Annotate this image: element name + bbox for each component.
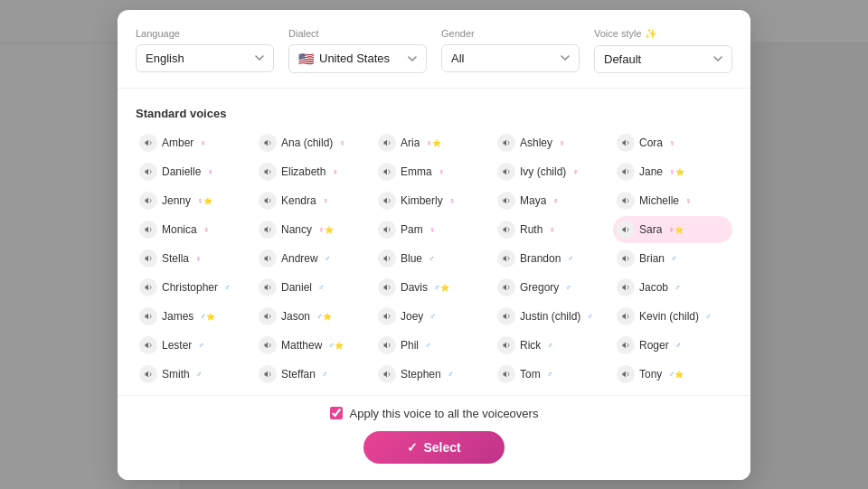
speaker-button[interactable] (617, 134, 635, 152)
voice-name: Phil (401, 339, 419, 352)
voice-item[interactable]: Pam♀ (374, 216, 494, 243)
voice-item[interactable]: Maya♀ (494, 187, 613, 214)
voice-item[interactable]: Kimberly♀ (374, 187, 494, 214)
voice-item[interactable]: Brian♂ (613, 245, 732, 272)
speaker-button[interactable] (139, 249, 157, 268)
speaker-button[interactable] (139, 163, 157, 181)
speaker-button[interactable] (497, 163, 515, 181)
apply-all-checkbox[interactable] (330, 407, 343, 419)
speaker-button[interactable] (139, 192, 157, 210)
voice-item[interactable]: Monica♀ (136, 216, 255, 243)
voice-item[interactable]: Jenny♀⭐ (136, 187, 255, 214)
voice-item[interactable]: Justin (child)♂ (494, 303, 613, 330)
speaker-button[interactable] (497, 307, 515, 325)
speaker-button[interactable] (259, 249, 277, 268)
voice-item[interactable]: Matthew♂⭐ (255, 332, 374, 359)
voice-item[interactable]: Ivy (child)♀ (494, 158, 613, 185)
voice-item[interactable]: Cora♀ (613, 129, 732, 156)
voice-item[interactable]: Stephen♂ (374, 361, 494, 388)
speaker-button[interactable] (617, 249, 635, 268)
speaker-button[interactable] (617, 365, 635, 383)
speaker-button[interactable] (497, 365, 515, 383)
speaker-button[interactable] (378, 192, 396, 210)
voice-item[interactable]: Brandon♂ (494, 245, 613, 272)
speaker-button[interactable] (378, 163, 396, 181)
language-select[interactable]: English (136, 44, 274, 72)
voice-item[interactable]: Ruth♀ (494, 216, 613, 243)
speaker-button[interactable] (259, 134, 277, 152)
voice-style-select[interactable]: Default (594, 45, 732, 73)
speaker-button[interactable] (617, 278, 635, 296)
voice-item[interactable]: Roger♂ (613, 332, 732, 359)
voice-item[interactable]: Rick♂ (494, 332, 613, 359)
voice-item[interactable]: Steffan♂ (255, 361, 374, 388)
voice-item[interactable]: Blue♂ (374, 245, 494, 272)
voice-item[interactable]: Nancy♀⭐ (255, 216, 374, 243)
voice-item[interactable]: Christopher♂ (136, 274, 255, 301)
speaker-button[interactable] (617, 336, 635, 354)
speaker-button[interactable] (617, 221, 635, 239)
voice-item[interactable]: Kevin (child)♂ (613, 303, 732, 330)
speaker-button[interactable] (497, 278, 515, 296)
speaker-button[interactable] (139, 221, 157, 239)
speaker-button[interactable] (617, 192, 635, 210)
speaker-button[interactable] (378, 336, 396, 354)
voice-name: Roger (639, 339, 669, 352)
speaker-button[interactable] (378, 221, 396, 239)
speaker-button[interactable] (259, 336, 277, 354)
voice-item[interactable]: Gregory♂ (494, 274, 613, 301)
voice-item[interactable]: Jason♂⭐ (255, 303, 374, 330)
speaker-button[interactable] (139, 278, 157, 296)
speaker-button[interactable] (139, 365, 157, 383)
speaker-button[interactable] (497, 192, 515, 210)
voice-item[interactable]: Elizabeth♀ (255, 158, 374, 185)
speaker-button[interactable] (259, 221, 277, 239)
voice-item[interactable]: Tony♂⭐ (613, 361, 732, 388)
speaker-button[interactable] (378, 307, 396, 325)
voice-item[interactable]: Michelle♀ (613, 187, 732, 214)
speaker-button[interactable] (617, 163, 635, 181)
voice-item[interactable]: Ashley♀ (494, 129, 613, 156)
voice-item[interactable]: Tom♂ (494, 361, 613, 388)
voice-item[interactable]: Phil♂ (374, 332, 494, 359)
voice-item[interactable]: Aria♀⭐ (374, 129, 494, 156)
speaker-button[interactable] (139, 134, 157, 152)
speaker-button[interactable] (378, 134, 396, 152)
voice-item[interactable]: Smith♂ (136, 361, 255, 388)
voice-item[interactable]: James♂⭐ (136, 303, 255, 330)
voice-item[interactable]: Andrew♂ (255, 245, 374, 272)
speaker-button[interactable] (497, 336, 515, 354)
voice-item[interactable]: Danielle♀ (136, 158, 255, 185)
voice-item[interactable]: Joey♂ (374, 303, 494, 330)
voice-item[interactable]: Amber♀ (136, 129, 255, 156)
speaker-button[interactable] (378, 278, 396, 296)
gender-select[interactable]: All (441, 44, 580, 72)
voice-item[interactable]: Lester♂ (136, 332, 255, 359)
speaker-button[interactable] (497, 249, 515, 268)
voice-style-filter-group: Voice style ✨ Default (594, 28, 732, 73)
select-button[interactable]: ✓ Select (363, 431, 504, 464)
speaker-button[interactable] (259, 278, 277, 296)
speaker-button[interactable] (259, 192, 277, 210)
voice-item[interactable]: Kendra♀ (255, 187, 374, 214)
speaker-button[interactable] (139, 336, 157, 354)
speaker-button[interactable] (378, 249, 396, 268)
speaker-button[interactable] (139, 307, 157, 325)
voice-item[interactable]: Ana (child)♀ (255, 129, 374, 156)
speaker-button[interactable] (259, 365, 277, 383)
voice-item[interactable]: Jane♀⭐ (613, 158, 732, 185)
dialect-select[interactable]: 🇺🇸 United States (288, 44, 427, 73)
voice-item[interactable]: Daniel♂ (255, 274, 374, 301)
voice-item[interactable]: Davis♂⭐ (374, 274, 494, 301)
speaker-button[interactable] (259, 307, 277, 325)
voice-item[interactable]: Emma♀ (374, 158, 494, 185)
speaker-button[interactable] (617, 307, 635, 325)
speaker-button[interactable] (497, 134, 515, 152)
voice-item[interactable]: Jacob♂ (613, 274, 732, 301)
voice-list-area[interactable]: Standard voices Amber♀ Ana (child)♀ Aria… (118, 89, 750, 395)
speaker-button[interactable] (378, 365, 396, 383)
speaker-button[interactable] (497, 221, 515, 239)
speaker-button[interactable] (259, 163, 277, 181)
voice-item[interactable]: Stella♀ (136, 245, 255, 272)
voice-item[interactable]: Sara♀⭐ (613, 216, 732, 243)
